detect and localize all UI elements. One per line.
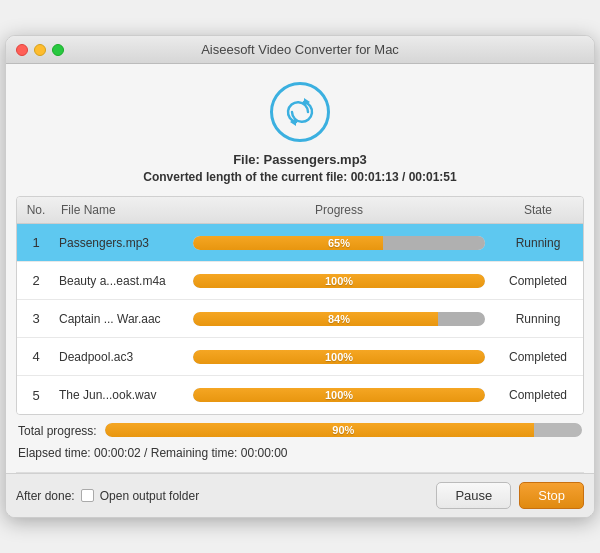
cell-no-2: 2 — [17, 273, 55, 288]
table-row: 3 Captain ... War.aac 84% Running — [17, 300, 583, 338]
file-name-label: File: Passengers.mp3 — [6, 152, 594, 167]
convert-svg-icon — [282, 94, 318, 130]
cell-progress-3: 84% — [185, 312, 493, 326]
table-row: 1 Passengers.mp3 65% Running — [17, 224, 583, 262]
header-filename: File Name — [55, 201, 185, 219]
cell-no-1: 1 — [17, 235, 55, 250]
table-row: 4 Deadpool.ac3 100% Completed — [17, 338, 583, 376]
main-window: Aiseesoft Video Converter for Mac File: … — [5, 35, 595, 518]
icon-area — [6, 64, 594, 152]
elapsed-time-label: Elapsed time: 00:00:02 / Remaining time:… — [18, 446, 582, 460]
total-progress-bar: 90% — [105, 423, 582, 442]
open-folder-label: Open output folder — [100, 489, 199, 503]
pause-button[interactable]: Pause — [436, 482, 511, 509]
total-progress-value: 90% — [105, 425, 582, 436]
cell-name-5: The Jun...ook.wav — [55, 388, 185, 402]
minimize-button[interactable] — [34, 44, 46, 56]
cell-name-1: Passengers.mp3 — [55, 236, 185, 250]
cell-state-2: Completed — [493, 274, 583, 288]
cell-state-3: Running — [493, 312, 583, 326]
total-progress-label: Total progress: — [18, 424, 97, 438]
cell-state-1: Running — [493, 236, 583, 250]
cell-no-5: 5 — [17, 388, 55, 403]
footer-buttons: Pause Stop — [436, 482, 584, 509]
cell-name-4: Deadpool.ac3 — [55, 350, 185, 364]
table-row: 2 Beauty a...east.m4a 100% Completed — [17, 262, 583, 300]
titlebar: Aiseesoft Video Converter for Mac — [6, 36, 594, 64]
header-progress: Progress — [185, 201, 493, 219]
convert-icon — [270, 82, 330, 142]
cell-progress-4: 100% — [185, 350, 493, 364]
cell-progress-1: 65% — [185, 236, 493, 250]
bottom-section: Total progress: 90% Elapsed time: 00:00:… — [6, 415, 594, 472]
cell-state-5: Completed — [493, 388, 583, 402]
file-info: File: Passengers.mp3 Converted length of… — [6, 152, 594, 184]
cell-no-4: 4 — [17, 349, 55, 364]
close-button[interactable] — [16, 44, 28, 56]
window-title: Aiseesoft Video Converter for Mac — [201, 42, 399, 57]
cell-name-3: Captain ... War.aac — [55, 312, 185, 326]
after-done-label: After done: — [16, 489, 75, 503]
maximize-button[interactable] — [52, 44, 64, 56]
table-row: 5 The Jun...ook.wav 100% Completed — [17, 376, 583, 414]
header-state: State — [493, 201, 583, 219]
window-buttons — [16, 44, 64, 56]
table-header: No. File Name Progress State — [17, 197, 583, 224]
file-time-label: Converted length of the current file: 00… — [6, 170, 594, 184]
footer: After done: Open output folder Pause Sto… — [6, 473, 594, 517]
cell-progress-5: 100% — [185, 388, 493, 402]
open-folder-checkbox[interactable] — [81, 489, 94, 502]
after-done-area: After done: Open output folder — [16, 489, 199, 503]
cell-name-2: Beauty a...east.m4a — [55, 274, 185, 288]
header-no: No. — [17, 201, 55, 219]
cell-state-4: Completed — [493, 350, 583, 364]
cell-progress-2: 100% — [185, 274, 493, 288]
stop-button[interactable]: Stop — [519, 482, 584, 509]
cell-no-3: 3 — [17, 311, 55, 326]
file-table: No. File Name Progress State 1 Passenger… — [16, 196, 584, 415]
